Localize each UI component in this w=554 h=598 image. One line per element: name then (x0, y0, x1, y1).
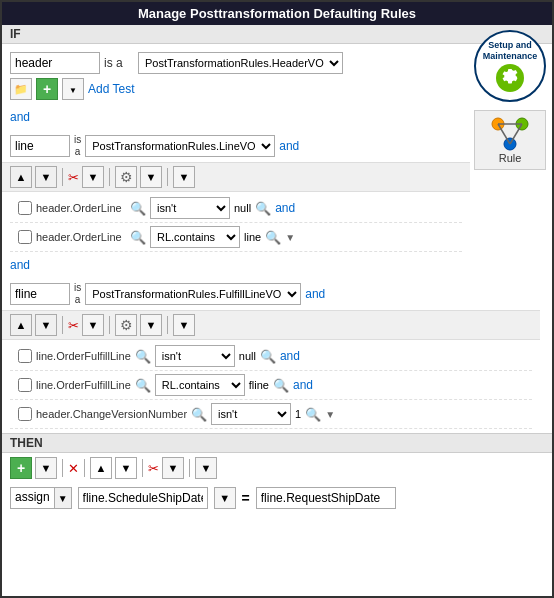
then-scissors-icon: ✂ (148, 461, 159, 476)
assign-caret-button[interactable]: ▼ (55, 487, 72, 509)
then-add-button[interactable]: + (10, 457, 32, 479)
then-add-caret[interactable]: ▼ (35, 457, 57, 479)
title-bar: Manage Posttransformation Defaulting Rul… (2, 2, 552, 25)
then-sep-4 (189, 459, 190, 477)
search-button-val-2[interactable]: 🔍 (265, 230, 281, 245)
move-up-button-2[interactable]: ▲ (10, 314, 32, 336)
header-row-block: is a PostTransformationRules.HeaderVO 📁 … (2, 44, 552, 108)
condition-checkbox-5[interactable] (18, 407, 32, 421)
line-toolbar: ▲ ▼ ✂ ▼ ⚙ ▼ ▼ (2, 162, 470, 192)
setup-maintenance-button[interactable]: Setup and Maintenance (474, 30, 546, 102)
separator-1 (62, 168, 63, 186)
then-sep-3 (142, 459, 143, 477)
then-move-down[interactable]: ▼ (115, 457, 137, 479)
search-button-val-4[interactable]: 🔍 (273, 378, 289, 393)
add-test-button[interactable]: Add Test (88, 82, 134, 96)
line-row-inline: is a PostTransformationRules.LineVO and (10, 134, 462, 158)
assign-field1-input[interactable] (78, 487, 208, 509)
separator-4 (62, 316, 63, 334)
condition-checkbox-1[interactable] (18, 201, 32, 215)
gear-caret-2[interactable]: ▼ (140, 314, 162, 336)
move-down-button-1[interactable]: ▼ (35, 166, 57, 188)
assign-label: assign (10, 487, 55, 509)
search-button-c2[interactable]: 🔍 (130, 230, 146, 245)
condition-field-5: header.ChangeVersionNumber (36, 408, 187, 420)
line-extra-caret[interactable]: ▼ (173, 166, 195, 188)
caret-button-2[interactable]: ▼ (285, 232, 295, 243)
page-title: Manage Posttransformation Defaulting Rul… (138, 6, 416, 21)
condition-row-2: header.OrderLine 🔍 RL.contains line 🔍 ▼ (10, 223, 462, 252)
search-button-c5[interactable]: 🔍 (191, 407, 207, 422)
search-button-val-5[interactable]: 🔍 (305, 407, 321, 422)
then-sep-2 (84, 459, 85, 477)
move-down-button-2[interactable]: ▼ (35, 314, 57, 336)
then-scissors-caret[interactable]: ▼ (162, 457, 184, 479)
connector-4: and (293, 378, 313, 392)
value-field-3: null (239, 350, 256, 362)
is-a-label2: is a (74, 134, 81, 158)
value-field-2: line (244, 231, 261, 243)
setup-maintenance-label-line2: Maintenance (483, 51, 538, 62)
operator-dropdown-1[interactable]: isn't (150, 197, 230, 219)
add-green-button[interactable]: + (36, 78, 58, 100)
rule-label: Rule (499, 152, 522, 164)
search-button-val-3[interactable]: 🔍 (260, 349, 276, 364)
is-a-label1: is a (104, 56, 134, 70)
then-move-up[interactable]: ▲ (90, 457, 112, 479)
condition-row-4: line.OrderFulfillLine 🔍 RL.contains flin… (10, 371, 532, 400)
gear-caret-1[interactable]: ▼ (140, 166, 162, 188)
scissors-caret-2[interactable]: ▼ (82, 314, 104, 336)
value-field-4: fline (249, 379, 269, 391)
condition-checkbox-2[interactable] (18, 230, 32, 244)
header-field-input[interactable] (10, 52, 100, 74)
gear-svg (500, 68, 520, 88)
search-button-val-1[interactable]: 🔍 (255, 201, 271, 216)
separator-2 (109, 168, 110, 186)
line-field-input[interactable] (10, 135, 70, 157)
condition-checkbox-4[interactable] (18, 378, 32, 392)
search-button-c1[interactable]: 🔍 (130, 201, 146, 216)
move-up-button-1[interactable]: ▲ (10, 166, 32, 188)
separator-6 (167, 316, 168, 334)
line-row-block: is a PostTransformationRules.LineVO and … (2, 126, 552, 256)
line-and-label: and (279, 139, 299, 153)
then-assign-row: assign ▼ ▼ = (2, 483, 552, 513)
fline-row-inline: is a PostTransformationRules.FulfillLine… (10, 282, 532, 306)
plus-icon: + (43, 81, 51, 97)
operator-dropdown-4[interactable]: RL.contains (155, 374, 245, 396)
caret-down-icon (69, 83, 77, 95)
assign-field1-caret[interactable]: ▼ (214, 487, 236, 509)
then-sep-1 (62, 459, 63, 477)
condition-row-3: line.OrderFulfillLine 🔍 isn't null 🔍 and (10, 342, 532, 371)
fline-extra-caret[interactable]: ▼ (173, 314, 195, 336)
scissors-icon-1: ✂ (68, 170, 79, 185)
header-row-inline: is a PostTransformationRules.HeaderVO (10, 52, 544, 74)
condition-row-1: header.OrderLine 🔍 isn't null 🔍 and (10, 194, 462, 223)
fline-field-input[interactable] (10, 283, 70, 305)
fline-and-label: and (305, 287, 325, 301)
operator-dropdown-2[interactable]: RL.contains (150, 226, 240, 248)
then-delete-icon: ✕ (68, 461, 79, 476)
add-caret-button[interactable] (62, 78, 84, 100)
value-field-5: 1 (295, 408, 301, 420)
operator-dropdown-3[interactable]: isn't (155, 345, 235, 367)
gear-button-1[interactable]: ⚙ (115, 166, 137, 188)
then-extra-caret[interactable]: ▼ (195, 457, 217, 479)
line-vo-dropdown[interactable]: PostTransformationRules.LineVO (85, 135, 275, 157)
condition-checkbox-3[interactable] (18, 349, 32, 363)
condition-field-2: header.OrderLine (36, 231, 126, 243)
search-button-c4[interactable]: 🔍 (135, 378, 151, 393)
separator-5 (109, 316, 110, 334)
header-vo-dropdown[interactable]: PostTransformationRules.HeaderVO (138, 52, 343, 74)
assign-field2-input[interactable] (256, 487, 396, 509)
scissors-caret-1[interactable]: ▼ (82, 166, 104, 188)
search-button-c3[interactable]: 🔍 (135, 349, 151, 364)
caret-button-5[interactable]: ▼ (325, 409, 335, 420)
gear-settings-icon-2: ⚙ (120, 317, 133, 333)
operator-dropdown-5[interactable]: isn't (211, 403, 291, 425)
connector-1: and (275, 201, 295, 215)
fline-vo-dropdown[interactable]: PostTransformationRules.FulfillLineVO (85, 283, 301, 305)
folder-icon-button[interactable]: 📁 (10, 78, 32, 100)
gear-button-2[interactable]: ⚙ (115, 314, 137, 336)
scissors-icon-2: ✂ (68, 318, 79, 333)
